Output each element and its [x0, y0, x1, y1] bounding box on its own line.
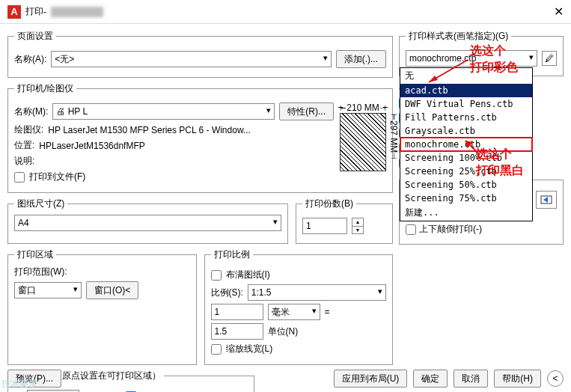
autocad-logo-icon: A [7, 5, 21, 19]
dd-item[interactable]: 新建... [400, 205, 532, 221]
location-label: 位置: [14, 139, 34, 152]
dd-item[interactable]: DWF Virtual Pens.ctb [400, 97, 532, 111]
dd-item[interactable]: Screening 75%.ctb [400, 192, 532, 205]
pagesetup-add-button[interactable]: 添加(.)... [336, 50, 386, 68]
plot-scale-group: 打印比例 布满图纸(I) 比例(S): 1:1.5 毫米 = 单位(N) 缩放线… [204, 248, 394, 365]
fit-to-paper-check[interactable]: 布满图纸(I) [211, 269, 387, 281]
plot-area-legend: 打印区域 [14, 248, 56, 261]
copies-group: 打印份数(B) ▲▼ [296, 197, 393, 244]
apply-layout-button[interactable]: 应用到布局(U) [334, 370, 408, 388]
cancel-button[interactable]: 取消 [454, 370, 488, 388]
scale-lineweights-check[interactable]: 缩放线宽(L) [211, 343, 387, 355]
copies-input[interactable] [302, 218, 347, 234]
plot-style-legend: 打印样式表(画笔指定)(G) [406, 30, 511, 43]
desc-label: 说明: [14, 155, 34, 168]
printer-group: 打印机/绘图仪 名称(M): 🖨 HP L 特性(R)... 绘图仪:HP La… [7, 82, 393, 193]
scale-ratio-label: 比例(S): [211, 287, 243, 299]
page-setup-group: 页面设置 名称(A): <无> 添加(.)... [7, 30, 393, 78]
scale-ratio-select[interactable]: 1:1.5 [248, 284, 386, 301]
printer-name-select[interactable]: 🖨 HP L [52, 103, 275, 120]
page-setup-legend: 页面设置 [14, 30, 56, 43]
pagesetup-name-select[interactable]: <无> [51, 51, 331, 67]
paper-size-legend: 图纸尺寸(Z) [14, 197, 67, 210]
orient-upside-check[interactable]: 上下颠倒打印(-) [406, 223, 531, 236]
equals-label: = [325, 307, 330, 317]
scale-unit1-input[interactable] [211, 304, 263, 320]
dd-item[interactable]: Grayscale.ctb [400, 124, 532, 138]
window-pick-button[interactable]: 窗口(O)< [86, 281, 138, 299]
plot-range-select[interactable]: 窗口 [14, 282, 82, 298]
window-title: 打印 [25, 5, 43, 18]
printer-legend: 打印机/绘图仪 [14, 82, 76, 95]
dd-item-monochrome[interactable]: monochrome.ctb [400, 138, 532, 151]
plot-style-select[interactable]: monochrome.ctb [406, 50, 537, 67]
copies-legend: 打印份数(B) [302, 197, 356, 210]
plot-scale-legend: 打印比例 [211, 248, 253, 261]
paper-preview-icon: ⊢297 MM⊣ [340, 113, 386, 171]
dd-item[interactable]: Screening 25%.ctb [400, 165, 532, 178]
dd-item[interactable]: 无 [400, 68, 532, 84]
help-button[interactable]: 帮助(H) [494, 370, 541, 388]
plotter-label: 绘图仪: [14, 123, 43, 136]
paper-size-select[interactable]: A4 [14, 215, 281, 231]
ok-button[interactable]: 确定 [413, 370, 448, 388]
title-doc-blur [51, 7, 103, 17]
spin-down-icon: ▼ [352, 227, 363, 234]
title-suffix: - [43, 7, 46, 17]
pagesetup-name-label: 名称(A): [14, 53, 46, 66]
printer-name-label: 名称(M): [14, 105, 48, 118]
plot-area-group: 打印区域 打印范围(W): 窗口 窗口(O)< [7, 248, 197, 365]
plot-style-edit-icon[interactable]: 🖉 [542, 51, 557, 66]
expand-icon[interactable]: < [547, 370, 564, 387]
scale-unit2-input[interactable] [211, 323, 263, 340]
copies-spinner[interactable]: ▲▼ [352, 218, 364, 234]
plot-style-dropdown[interactable]: 无 acad.ctb DWF Virtual Pens.ctb Fill Pat… [400, 67, 533, 221]
dd-item[interactable]: Screening 50%.ctb [400, 178, 532, 192]
location-value: HPLaserJetM1536dnfMFP [39, 141, 144, 151]
plot-range-label: 打印范围(W): [14, 266, 190, 278]
print-to-file-check[interactable]: 打印到文件(F) [14, 171, 334, 183]
paper-width-label: ⊢210 MM⊣ [340, 102, 386, 113]
dd-item[interactable]: Screening 100%.ctb [400, 151, 532, 165]
scale-unit1-select[interactable]: 毫米 [268, 304, 320, 320]
scale-unit2-label: 单位(N) [268, 325, 299, 338]
printer-props-button[interactable]: 特性(R)... [279, 102, 334, 120]
spin-up-icon: ▲ [352, 218, 363, 227]
orientation-preview-icon [536, 191, 557, 209]
watermark-text: 技术要求： [1, 378, 46, 391]
dd-item-selected[interactable]: acad.ctb [400, 84, 532, 97]
close-icon[interactable]: ✕ [554, 4, 564, 19]
paper-size-group: 图纸尺寸(Z) A4 [7, 197, 288, 244]
paper-height-label: ⊢297 MM⊣ [388, 114, 399, 171]
dd-item[interactable]: Fill Patterns.ctb [400, 111, 532, 124]
plotter-value: HP LaserJet M1530 MFP Series PCL 6 - Win… [48, 125, 251, 135]
